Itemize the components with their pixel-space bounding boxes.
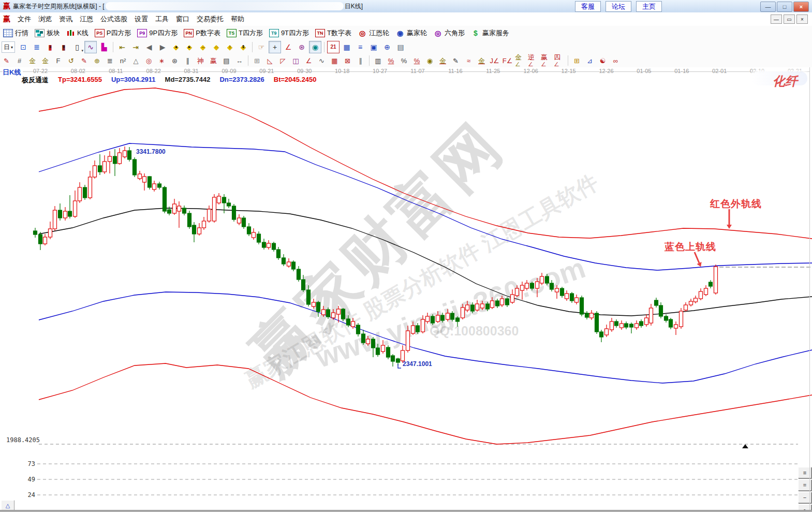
zoom-window-button[interactable]: ⊡ (17, 41, 29, 53)
child-minimize-button[interactable]: — (771, 14, 782, 24)
taichi-tool[interactable]: ☯ (597, 55, 609, 67)
last-bar-button[interactable]: ⇥ (129, 41, 142, 53)
close-button[interactable]: × (793, 2, 809, 12)
ruler-123-tool[interactable]: ▤ (220, 55, 232, 67)
menu-item-交易委托[interactable]: 交易委托 (194, 13, 227, 25)
expand-panel-button[interactable]: △ (1, 500, 14, 510)
gold-line-tool[interactable]: 金 (437, 55, 449, 67)
quote-detail-button[interactable]: ≣ (31, 41, 43, 53)
ni-angle-tool[interactable]: 逆∠ (527, 55, 539, 67)
homepage-button[interactable]: 主页 (636, 1, 662, 12)
f-angle-tool[interactable]: F∠ (501, 55, 513, 67)
color-chart-button[interactable]: ▙ (98, 41, 110, 53)
9p-square-button[interactable]: P99P四方形 (137, 28, 178, 38)
line-ruler-tool[interactable]: ≣ (104, 55, 116, 67)
next-bar-button[interactable]: ▶ (156, 41, 169, 53)
n-square-tool[interactable]: n² (117, 55, 129, 67)
kline-button[interactable]: K线 (66, 28, 88, 38)
menu-item-设置[interactable]: 设置 (131, 13, 151, 25)
horizontal-scrollbar[interactable] (0, 510, 812, 512)
minimize-button[interactable]: — (760, 2, 776, 12)
ying-angle-tool[interactable]: 赢∠ (540, 55, 552, 67)
wave-tool[interactable]: ∿ (316, 55, 328, 67)
width-measure-tool[interactable]: ↔ (233, 55, 245, 67)
web-box-tool[interactable]: ◫ (290, 55, 302, 67)
spider-web-tool[interactable]: ∗ (156, 55, 168, 67)
child-close-button[interactable]: × (796, 14, 808, 24)
menu-item-浏览[interactable]: 浏览 (35, 13, 55, 25)
calculator-button[interactable]: ▦ (341, 41, 353, 53)
kline-9-button[interactable]: ▮9 (57, 41, 70, 53)
diamond-vcompress-button[interactable]: ◆⇕ (237, 41, 249, 53)
channel-toggle-button[interactable]: ∿ (84, 41, 97, 53)
memo-button[interactable]: ≡ (354, 41, 366, 53)
menu-item-公式选股[interactable]: 公式选股 (97, 13, 130, 25)
pane-grid-tool[interactable]: ⊞ (251, 55, 263, 67)
fan-lines-tool[interactable]: ◺ (264, 55, 276, 67)
prev-bar-button[interactable]: ◀ (143, 41, 155, 53)
angle-measure-button[interactable]: ∠ (282, 41, 294, 53)
yellow-grid-tool[interactable]: ⊞ (571, 55, 583, 67)
diamond-vexpand-button[interactable]: ◆↕ (224, 41, 236, 53)
quotes-button[interactable]: 行情 (3, 28, 28, 38)
t-square-button[interactable]: TST四方形 (227, 28, 263, 38)
trend-chart-tool[interactable]: ⊿ (584, 55, 596, 67)
child-restore-button[interactable]: ▭ (784, 14, 795, 24)
price-grid-tool[interactable]: # (13, 55, 25, 67)
marker-pen-tool[interactable]: ✎ (78, 55, 90, 67)
calendar-button[interactable]: 21 (327, 41, 339, 53)
angle-lines-tool[interactable]: ∠ (303, 55, 315, 67)
spiral-tool[interactable]: ↺ (65, 55, 77, 67)
menu-item-工具[interactable]: 工具 (152, 13, 172, 25)
9t-square-button[interactable]: T99T四方形 (269, 28, 309, 38)
gann-wheel-button[interactable]: ◎江恩轮 (358, 28, 389, 38)
web-grid-tool[interactable]: ⊛ (169, 55, 181, 67)
parallel-lines-tool[interactable]: ∥ (355, 55, 366, 67)
percent-line-tool[interactable]: % (385, 55, 397, 67)
crosshair-button[interactable]: + (269, 41, 281, 53)
quote-bars-tool[interactable]: ∥ (182, 55, 194, 67)
gold-grid-tool[interactable]: 金 (26, 55, 38, 67)
diamond-right-button[interactable]: ◆▸ (183, 41, 196, 53)
pattern-button[interactable]: ◉ (309, 41, 321, 53)
ink-pen-tool[interactable]: ✎ (450, 55, 462, 67)
gann-target-tool[interactable]: ◎ (143, 55, 155, 67)
sectors-button[interactable]: 板块 (35, 28, 60, 38)
menu-item-帮助[interactable]: 帮助 (228, 13, 247, 25)
export-button[interactable]: ▤ (394, 41, 407, 53)
forum-button[interactable]: 论坛 (606, 1, 631, 12)
wave-gold-tool[interactable]: ≈ (463, 55, 475, 67)
p-number-button[interactable]: PNP数字表 (184, 28, 220, 38)
grid-box-tool[interactable]: ▦ (329, 55, 341, 67)
percent-underline-tool[interactable]: % (411, 55, 423, 67)
menu-item-窗口[interactable]: 窗口 (173, 13, 193, 25)
hexagon-button[interactable]: ◎六角形 (433, 28, 465, 38)
gann-anchor-button[interactable]: ⊛ (296, 41, 308, 53)
shen-grid-tool[interactable]: 神 (195, 55, 206, 67)
column-stats-tool[interactable]: ▥ (372, 55, 384, 67)
j-angle-tool[interactable]: J∠ (489, 55, 500, 67)
grid-arrow-tool[interactable]: ⊠ (342, 55, 353, 67)
customer-service-button[interactable]: 客服 (575, 1, 601, 12)
kline-3-button[interactable]: ▮3 (44, 41, 56, 53)
compass-tool[interactable]: △ (130, 55, 142, 67)
fan-box-tool[interactable]: ◸ (277, 55, 289, 67)
hand-button[interactable]: ☞ (255, 41, 268, 53)
winner-service-button[interactable]: $赢家服务 (471, 28, 509, 38)
gold-angle-tool[interactable]: 金∠ (514, 55, 526, 67)
first-bar-button[interactable]: ⇤ (116, 41, 128, 53)
p-square-button[interactable]: PSP四方形 (95, 28, 131, 38)
menu-item-文件[interactable]: 文件 (14, 13, 34, 25)
percent-tool[interactable]: % (398, 55, 410, 67)
menu-item-资讯[interactable]: 资讯 (56, 13, 76, 25)
draw-pen-tool[interactable]: ✎ (1, 55, 12, 67)
menu-item-江恩[interactable]: 江恩 (77, 13, 96, 25)
winner-wheel-button[interactable]: ◉赢家轮 (395, 28, 427, 38)
si-angle-tool[interactable]: 四∠ (553, 55, 565, 67)
maximize-button[interactable]: □ (777, 2, 792, 12)
t-number-button[interactable]: TNT数字表 (315, 28, 351, 38)
gold-grid-2-tool[interactable]: 金 (39, 55, 51, 67)
save-web-button[interactable]: ⊕ (381, 41, 393, 53)
diamond-hcompress-button[interactable]: ◆⇔ (210, 41, 223, 53)
fibonacci-grid-tool[interactable]: F (52, 55, 64, 67)
